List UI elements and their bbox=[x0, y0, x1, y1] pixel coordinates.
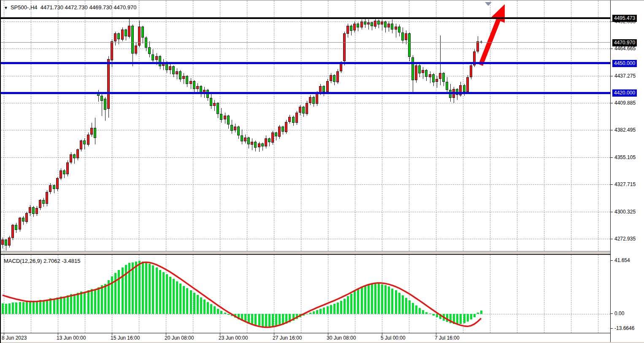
trading-chart-window: ▼SP500-,H4 4471.730 4472.730 4469.730 44… bbox=[0, 0, 644, 343]
time-axis-label: 27 Jun 16:00 bbox=[273, 335, 302, 341]
symbol-dropdown-icon: ▼ bbox=[4, 5, 8, 10]
macd-axis-label: -13.6646 bbox=[614, 325, 634, 331]
macd-axis-label: 41.654 bbox=[614, 257, 630, 263]
price-axis-tick bbox=[611, 130, 613, 130]
time-axis-label: 15 Jun 16:00 bbox=[111, 335, 140, 341]
price-level-badge[interactable]: 4495.473 bbox=[612, 15, 637, 22]
current-price-line[interactable] bbox=[1, 42, 610, 43]
chart-title: ▼SP500-,H4 4471.730 4472.730 4469.730 44… bbox=[4, 4, 137, 11]
macd-axis-label: 0.00 bbox=[614, 311, 624, 316]
macd-signal-line bbox=[1, 255, 610, 333]
price-level-badge[interactable]: 4420.000 bbox=[612, 89, 637, 97]
time-axis-label: 20 Jun 08:00 bbox=[165, 335, 194, 341]
horizontal-level-line[interactable] bbox=[1, 92, 610, 94]
pane-divider[interactable] bbox=[1, 251, 610, 254]
price-axis-tick bbox=[611, 157, 613, 158]
time-axis-label: 13 Jun 00:00 bbox=[57, 335, 86, 341]
price-axis-label: 4300.325 bbox=[614, 209, 636, 215]
price-level-badge[interactable]: 4450.000 bbox=[612, 60, 637, 67]
horizontal-level-line[interactable] bbox=[1, 62, 610, 64]
macd-axis-tick bbox=[611, 313, 613, 314]
price-level-badge[interactable]: 4470.970 bbox=[612, 39, 637, 46]
symbol-period-label: SP500-,H4 bbox=[11, 4, 38, 11]
quote-low: 4469.730 bbox=[89, 4, 112, 11]
macd-axis-tick bbox=[611, 328, 613, 329]
price-axis-tick bbox=[611, 76, 613, 76]
macd-pane[interactable]: MACD(12,26,9) 2.7062 -3.4815 bbox=[1, 254, 610, 333]
macd-axis-tick bbox=[611, 260, 613, 261]
horizontal-level-line[interactable] bbox=[1, 17, 610, 19]
quote-high: 4472.730 bbox=[65, 4, 88, 11]
time-axis[interactable]: 8 Jun 202313 Jun 00:0015 Jun 16:0020 Jun… bbox=[1, 333, 610, 342]
price-axis-tick bbox=[611, 49, 613, 49]
trend-arrow-layer bbox=[1, 1, 610, 251]
price-axis[interactable]: 4492.0554464.6654437.2754409.8854382.495… bbox=[610, 0, 644, 342]
macd-indicator-label: MACD(12,26,9) 2.7062 -3.4815 bbox=[4, 258, 80, 264]
quote-open: 4471.730 bbox=[41, 4, 63, 11]
quote-close: 4470.970 bbox=[114, 4, 136, 11]
price-axis-label: 4355.105 bbox=[614, 154, 636, 160]
price-axis-tick bbox=[611, 103, 613, 103]
up-arrow-head-icon[interactable] bbox=[491, 4, 505, 23]
price-axis-tick bbox=[611, 184, 613, 185]
price-axis-tick bbox=[611, 239, 613, 239]
time-axis-label: 7 Jul 16:00 bbox=[435, 335, 460, 341]
time-axis-label: 23 Jun 00:00 bbox=[219, 335, 248, 341]
price-axis-tick bbox=[611, 212, 613, 212]
price-axis-label: 4464.665 bbox=[614, 46, 636, 51]
price-chart-pane[interactable]: ▼SP500-,H4 4471.730 4472.730 4469.730 44… bbox=[1, 1, 610, 251]
time-axis-label: 5 Jul 00:00 bbox=[381, 335, 406, 341]
price-axis-label: 4382.495 bbox=[614, 127, 636, 133]
price-axis-label: 4327.715 bbox=[614, 181, 636, 187]
time-axis-label: 8 Jun 2023 bbox=[2, 335, 27, 341]
price-axis-label: 4437.275 bbox=[614, 73, 636, 79]
time-axis-label: 30 Jun 08:00 bbox=[327, 335, 356, 341]
price-axis-label: 4409.885 bbox=[614, 100, 636, 106]
price-axis-label: 4272.935 bbox=[614, 236, 636, 242]
